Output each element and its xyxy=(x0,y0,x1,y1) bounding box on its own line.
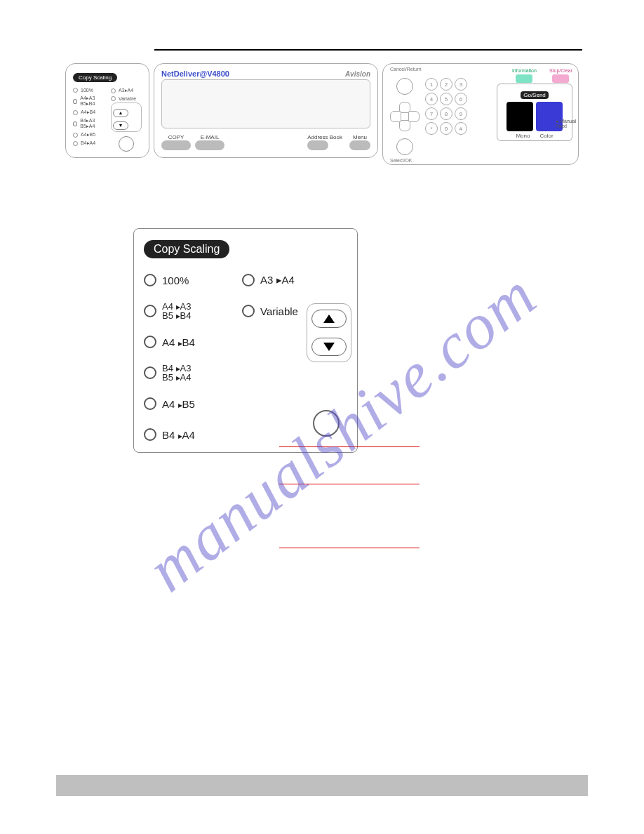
stopclear-label: Stop/Clear xyxy=(549,68,572,73)
email-button[interactable] xyxy=(195,140,224,150)
manufacturer-brand: Avision xyxy=(345,70,370,78)
mini-select-button[interactable] xyxy=(119,136,134,152)
menu-button[interactable] xyxy=(349,140,370,150)
scale-up-button[interactable] xyxy=(311,310,347,328)
radio-icon xyxy=(242,274,255,286)
callout-line-1 xyxy=(279,446,420,447)
select-ok-button[interactable] xyxy=(396,138,413,155)
callout-line-3 xyxy=(279,548,420,548)
device-brand: NetDeliver@V4800 xyxy=(161,70,229,78)
nav-cross[interactable] xyxy=(390,102,420,131)
radio-icon xyxy=(144,397,156,410)
radio-icon xyxy=(144,305,156,317)
mono-label: Mono xyxy=(516,133,530,139)
go-mono-button[interactable] xyxy=(507,102,533,131)
panel-scaling-block: Copy Scaling 100% A4▸A3 B5▸B4 A4▸B4 B4▸A… xyxy=(65,63,149,158)
cancel-label: Cancel/Return xyxy=(390,67,422,72)
selectok-label: Select/OK xyxy=(390,158,412,163)
gosend-title: Go/Send xyxy=(521,91,549,99)
option-a3-a4[interactable]: A3 ▸A4 xyxy=(242,274,340,286)
email-label: E-MAIL xyxy=(195,134,224,140)
option-100pct[interactable]: 100% xyxy=(144,274,242,286)
menu-label: Menu xyxy=(349,134,370,140)
option-a4a3-b5b4[interactable]: A4 ▸A3B5 ▸B4 xyxy=(144,302,242,320)
option-a4-b4[interactable]: A4 ▸B4 xyxy=(144,336,242,348)
copy-label: COPY xyxy=(161,134,191,140)
information-button[interactable] xyxy=(516,74,532,83)
stopclear-button[interactable] xyxy=(552,74,569,83)
option-a4-b5[interactable]: A4 ▸B5 xyxy=(144,397,242,410)
scale-down-button[interactable] xyxy=(311,338,347,356)
radio-icon xyxy=(242,305,255,317)
option-b4-a4[interactable]: B4 ▸A4 xyxy=(144,428,242,441)
variable-buttons-group xyxy=(307,303,351,362)
footer-bar xyxy=(56,775,588,796)
radio-icon xyxy=(144,366,156,379)
panel-scaling-title: Copy Scaling xyxy=(73,73,117,82)
copy-scaling-title: Copy Scaling xyxy=(144,240,229,258)
information-label: Information xyxy=(512,68,537,73)
radio-icon xyxy=(144,428,156,441)
gosend-box: Go/Send Mono Color xyxy=(497,84,572,141)
numeric-keypad[interactable]: 1 2 3 4 5 6 7 8 9 * 0 # xyxy=(425,78,467,135)
radio-icon xyxy=(144,336,156,348)
copy-scaling-panel: Copy Scaling 100% A3 ▸A4 A4 ▸A3B5 ▸B4 xyxy=(133,228,358,453)
manualfeed-label: ● Manual Feed xyxy=(556,119,577,128)
cancel-button[interactable] xyxy=(396,78,413,95)
option-b4a3-b5a4[interactable]: B4 ▸A3B5 ▸A4 xyxy=(144,364,242,382)
mini-up-button[interactable]: ▲ xyxy=(113,109,128,117)
copy-button[interactable] xyxy=(161,140,191,150)
panel-keypad-block: Cancel/Return 1 2 3 4 5 6 7 8 xyxy=(382,63,579,165)
color-label: Color xyxy=(539,133,553,139)
mini-down-button[interactable]: ▼ xyxy=(113,121,128,130)
callout-line-2 xyxy=(279,484,420,484)
addressbook-button[interactable] xyxy=(307,140,328,150)
lcd-screen xyxy=(161,79,370,128)
addressbook-label: Address Book xyxy=(307,134,342,140)
top-divider xyxy=(154,49,582,51)
control-panel-illustration: Copy Scaling 100% A4▸A3 B5▸B4 A4▸B4 B4▸A… xyxy=(56,63,588,165)
panel-lcd-block: NetDeliver@V4800 Avision COPY E-MAIL xyxy=(154,63,378,158)
scaling-select-button[interactable] xyxy=(313,410,340,437)
radio-icon xyxy=(144,274,156,286)
